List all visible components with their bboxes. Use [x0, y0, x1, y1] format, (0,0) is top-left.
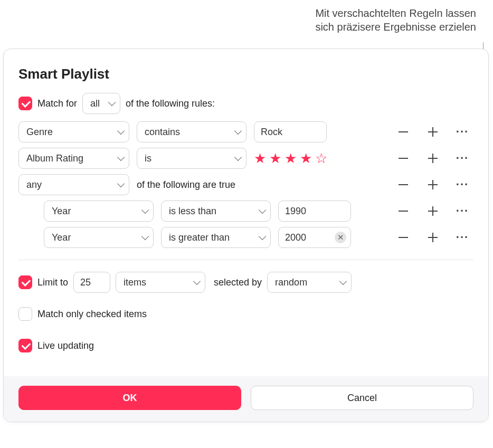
star-icon	[285, 151, 297, 165]
chevron-down-icon	[234, 127, 242, 135]
rule-attribute-select[interactable]: Genre	[18, 121, 129, 142]
nested-rule-row: Year is less than 1990 ···	[18, 201, 473, 222]
selected-by-value: random	[275, 277, 307, 288]
rule-value-text: 1990	[285, 206, 306, 217]
rule-attribute-select[interactable]: Year	[44, 227, 154, 248]
add-rule-button[interactable]	[424, 228, 442, 246]
remove-rule-button[interactable]	[394, 149, 412, 167]
remove-rule-button[interactable]	[394, 123, 412, 141]
remove-rule-button[interactable]	[394, 202, 412, 220]
live-updating-row: Live updating	[18, 335, 473, 356]
callout-caption: Mit verschachtelten Regeln lassen sich p…	[315, 6, 476, 34]
rule-attribute-value: Year	[52, 232, 71, 243]
rule-value-input[interactable]: 1990	[278, 201, 351, 222]
limit-label: Limit to	[37, 277, 68, 288]
limit-count-value: 25	[80, 277, 91, 288]
match-checked-row: Match only checked items	[18, 303, 473, 325]
limit-checkbox[interactable]	[18, 275, 32, 289]
match-prefix-label: Match for	[37, 98, 77, 109]
rule-operator-value: is	[145, 153, 151, 164]
rules-list: Genre contains Rock ···	[18, 121, 473, 248]
rule-row: Album Rating is ···	[18, 148, 473, 169]
rule-attribute-select[interactable]: Album Rating	[18, 148, 129, 169]
smart-playlist-dialog: Smart Playlist Match for all of the foll…	[3, 49, 489, 422]
rule-operator-value: contains	[145, 127, 180, 138]
options-section: Limit to 25 items selected by random Mat…	[18, 272, 473, 356]
group-quantifier-select[interactable]: any	[18, 174, 129, 195]
chevron-down-icon	[108, 99, 116, 106]
remove-rule-button[interactable]	[394, 228, 412, 246]
star-icon	[254, 151, 266, 165]
add-rule-button[interactable]	[424, 123, 442, 141]
rule-attribute-select[interactable]: Year	[44, 201, 154, 222]
more-options-button[interactable]: ···	[453, 123, 471, 141]
chevron-down-icon	[259, 233, 266, 240]
chevron-down-icon	[339, 278, 347, 285]
match-checked-checkbox[interactable]	[18, 307, 32, 321]
match-row: Match for all of the following rules:	[18, 93, 473, 114]
rule-operator-select[interactable]: is less than	[161, 201, 271, 222]
rule-operator-value: is greater than	[169, 232, 230, 243]
rule-value-text: Rock	[261, 127, 282, 138]
limit-count-input[interactable]: 25	[73, 272, 110, 293]
rule-operator-select[interactable]: contains	[137, 121, 246, 142]
group-quantifier-value: any	[26, 179, 42, 190]
limit-unit-value: items	[124, 277, 146, 288]
live-updating-label: Live updating	[37, 340, 94, 351]
remove-rule-button[interactable]	[394, 176, 412, 194]
rule-value-text: 2000	[285, 232, 306, 243]
add-rule-button[interactable]	[424, 176, 442, 194]
dialog-footer: OK Cancel	[4, 376, 488, 422]
limit-row: Limit to 25 items selected by random	[18, 272, 473, 293]
chevron-down-icon	[141, 233, 149, 240]
chevron-down-icon	[193, 278, 201, 285]
more-options-button[interactable]: ···	[453, 228, 471, 246]
rule-operator-select[interactable]: is	[137, 148, 246, 169]
live-updating-checkbox[interactable]	[18, 339, 32, 352]
chevron-down-icon	[259, 206, 266, 214]
chevron-down-icon	[234, 154, 242, 161]
more-options-button[interactable]: ···	[453, 149, 471, 167]
add-rule-button[interactable]	[424, 149, 442, 167]
rule-group-header: any of the following are true ···	[18, 174, 473, 195]
add-rule-button[interactable]	[424, 202, 442, 220]
chevron-down-icon	[141, 206, 149, 214]
section-divider	[18, 260, 473, 260]
match-checkbox[interactable]	[18, 97, 32, 110]
rating-input[interactable]	[254, 151, 327, 165]
star-icon	[269, 151, 281, 165]
selected-by-label: selected by	[214, 277, 262, 288]
rule-operator-select[interactable]: is greater than	[161, 227, 271, 248]
chevron-down-icon	[117, 180, 125, 187]
rule-operator-value: is less than	[169, 206, 216, 217]
rule-attribute-value: Album Rating	[26, 153, 83, 164]
match-quantifier-value: all	[90, 98, 100, 109]
limit-unit-select[interactable]: items	[116, 272, 205, 293]
dialog-title: Smart Playlist	[18, 66, 473, 82]
nested-rule-row: Year is greater than 2000 ✕ ···	[18, 227, 473, 248]
callout-line-1: Mit verschachtelten Regeln lassen	[315, 6, 476, 20]
star-icon	[300, 151, 312, 165]
selected-by-select[interactable]: random	[267, 272, 352, 293]
more-options-button[interactable]: ···	[453, 202, 471, 220]
more-options-button[interactable]: ···	[453, 176, 471, 194]
group-suffix-label: of the following are true	[137, 179, 235, 190]
cancel-button[interactable]: Cancel	[251, 386, 473, 410]
callout-line-2: sich präzisere Ergebnisse erzielen	[315, 20, 476, 34]
chevron-down-icon	[117, 127, 125, 135]
star-icon	[315, 151, 327, 165]
rule-row: Genre contains Rock ···	[18, 121, 473, 142]
match-quantifier-select[interactable]: all	[82, 93, 120, 114]
ok-button[interactable]: OK	[18, 386, 241, 410]
rule-attribute-value: Genre	[26, 127, 53, 138]
clear-input-button[interactable]: ✕	[335, 232, 346, 243]
rule-value-input[interactable]: 2000 ✕	[278, 227, 351, 248]
rule-value-input[interactable]: Rock	[254, 121, 327, 142]
rule-attribute-value: Year	[52, 206, 71, 217]
chevron-down-icon	[117, 154, 125, 161]
match-checked-label: Match only checked items	[37, 309, 147, 320]
match-suffix-label: of the following rules:	[126, 98, 215, 109]
